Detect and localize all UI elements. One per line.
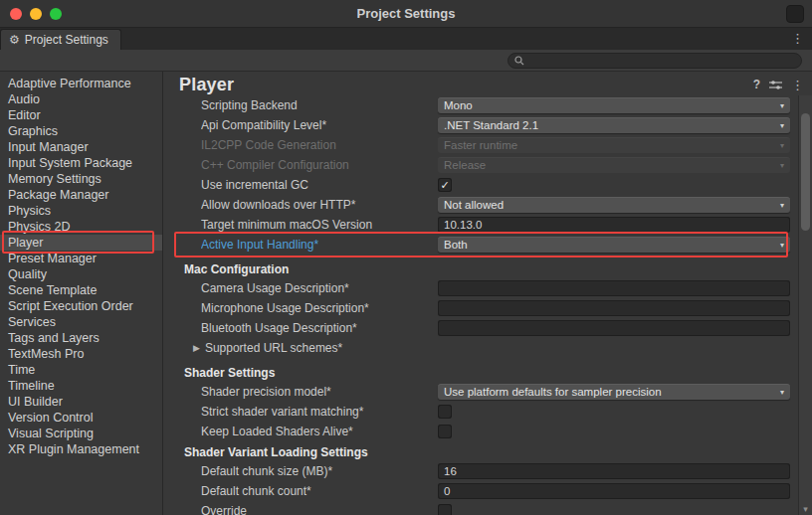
scroll-down-icon[interactable]: ▾ (799, 504, 812, 514)
default-chunk-size-field[interactable]: 16 (438, 463, 790, 479)
row-scripting-backend: Scripting Backend Mono▾ (163, 95, 798, 115)
panel-menu-icon[interactable]: ⋮ (791, 78, 804, 92)
tab-project-settings[interactable]: ⚙ Project Settings (0, 29, 121, 50)
minimize-button[interactable] (30, 8, 42, 20)
default-chunk-count-field[interactable]: 0 (438, 483, 790, 499)
search-input[interactable] (528, 55, 795, 67)
row-supported-url-schemes[interactable]: ▶ Supported URL schemes* (163, 338, 798, 358)
row-override: Override (163, 501, 798, 515)
override-checkbox[interactable] (438, 504, 452, 515)
use-incremental-gc-checkbox[interactable]: ✓ (438, 178, 452, 192)
keep-loaded-shaders-alive-checkbox[interactable] (438, 425, 452, 438)
sidebar-item-memory-settings[interactable]: Memory Settings (0, 171, 162, 187)
setting-label: Default chunk count* (201, 484, 438, 498)
sidebar-item-tags-and-layers[interactable]: Tags and Layers (0, 330, 162, 346)
sidebar-item-physics-2d[interactable]: Physics 2D (0, 219, 162, 235)
sidebar-item-player[interactable]: Player (0, 235, 162, 251)
gear-icon: ⚙ (9, 33, 20, 47)
help-icon[interactable]: ? (753, 78, 760, 91)
sidebar-item-xr-plugin-management[interactable]: XR Plugin Management (0, 441, 162, 457)
setting-label: Scripting Backend (201, 98, 438, 112)
scrollbar-thumb[interactable] (801, 113, 810, 231)
sidebar-item-textmesh-pro[interactable]: TextMesh Pro (0, 346, 162, 362)
sidebar-item-editor[interactable]: Editor (0, 107, 162, 123)
sidebar-item-time[interactable]: Time (0, 362, 162, 378)
row-keep-loaded-shaders-alive: Keep Loaded Shaders Alive* (163, 422, 798, 441)
row-cpp-compiler-configuration: C++ Compiler Configuration Release▾ (163, 155, 798, 175)
setting-label: Bluetooth Usage Description* (201, 321, 438, 335)
tab-bar-menu-icon[interactable]: ⋮ (791, 31, 804, 47)
setting-label: Keep Loaded Shaders Alive* (201, 425, 438, 438)
sidebar-item-scene-template[interactable]: Scene Template (0, 282, 162, 298)
sidebar-item-audio[interactable]: Audio (0, 91, 162, 107)
strict-shader-variant-matching-checkbox[interactable] (438, 405, 452, 419)
sidebar-item-input-manager[interactable]: Input Manager (0, 139, 162, 155)
page-title: Player (179, 75, 753, 95)
sidebar-item-adaptive-performance[interactable]: Adaptive Performance (0, 76, 162, 91)
sidebar-item-physics[interactable]: Physics (0, 203, 162, 219)
row-strict-shader-variant-matching: Strict shader variant matching* (163, 402, 798, 422)
setting-label: Active Input Handling* (201, 238, 438, 252)
bluetooth-usage-description-field[interactable] (438, 320, 790, 336)
sidebar-item-visual-scripting[interactable]: Visual Scripting (0, 426, 162, 441)
setting-label: Supported URL schemes* (205, 341, 442, 355)
setting-label: Target minimum macOS Version (201, 218, 438, 232)
active-input-handling-dropdown[interactable]: Both▾ (438, 237, 790, 253)
sidebar-item-preset-manager[interactable]: Preset Manager (0, 251, 162, 266)
traffic-lights (10, 8, 62, 20)
il2cpp-code-generation-dropdown: Faster runtime▾ (438, 137, 790, 153)
chevron-down-icon: ▾ (780, 388, 784, 397)
sidebar-item-services[interactable]: Services (0, 314, 162, 330)
sidebar-item-quality[interactable]: Quality (0, 266, 162, 282)
close-button[interactable] (10, 8, 22, 20)
zoom-button[interactable] (50, 8, 62, 20)
window-title: Project Settings (0, 6, 812, 21)
panel-header: Player ? ⋮ (163, 72, 812, 95)
window-proxy-icon (786, 5, 804, 23)
sidebar-item-package-manager[interactable]: Package Manager (0, 187, 162, 203)
presets-icon[interactable] (769, 80, 782, 90)
row-camera-usage-description: Camera Usage Description* (163, 278, 798, 298)
sidebar-item-ui-builder[interactable]: UI Builder (0, 394, 162, 410)
setting-label: Override (201, 504, 438, 515)
vertical-scrollbar[interactable]: ▾ (798, 95, 812, 515)
shader-precision-model-dropdown[interactable]: Use platform defaults for sampler precis… (438, 384, 790, 400)
titlebar: Project Settings (0, 0, 812, 28)
chevron-down-icon: ▾ (780, 141, 784, 150)
target-minimum-macos-version-field[interactable]: 10.13.0 (438, 217, 790, 233)
scripting-backend-dropdown[interactable]: Mono▾ (438, 97, 790, 113)
sidebar-item-script-execution-order[interactable]: Script Execution Order (0, 298, 162, 314)
allow-downloads-http-dropdown[interactable]: Not allowed▾ (438, 197, 790, 213)
check-icon: ✓ (440, 178, 449, 192)
setting-label: Shader precision model* (201, 385, 438, 399)
search-toolbar (0, 50, 812, 72)
microphone-usage-description-field[interactable] (438, 300, 790, 316)
player-settings-panel: Player ? ⋮ Scripting Backend Mono▾ (163, 72, 812, 515)
sidebar-item-timeline[interactable]: Timeline (0, 378, 162, 394)
chevron-down-icon: ▾ (780, 101, 784, 110)
row-target-minimum-macos-version: Target minimum macOS Version 10.13.0 (163, 215, 798, 235)
row-allow-downloads-over-http: Allow downloads over HTTP* Not allowed▾ (163, 195, 798, 215)
search-box[interactable] (508, 53, 802, 69)
sidebar-item-graphics[interactable]: Graphics (0, 123, 162, 139)
row-active-input-handling: Active Input Handling* Both▾ (163, 235, 798, 255)
content-area: Adaptive Performance Audio Editor Graphi… (0, 72, 812, 515)
row-bluetooth-usage-description: Bluetooth Usage Description* (163, 318, 798, 338)
row-api-compatibility-level: Api Compatibility Level* .NET Standard 2… (163, 115, 798, 135)
row-shader-precision-model: Shader precision model* Use platform def… (163, 382, 798, 402)
api-compatibility-dropdown[interactable]: .NET Standard 2.1▾ (438, 117, 790, 133)
row-il2cpp-code-generation: IL2CPP Code Generation Faster runtime▾ (163, 135, 798, 155)
project-settings-window: Project Settings ⚙ Project Settings ⋮ Ad… (0, 0, 812, 515)
settings-rows: Scripting Backend Mono▾ Api Compatibilit… (163, 95, 798, 515)
chevron-down-icon: ▾ (780, 161, 784, 170)
setting-label: C++ Compiler Configuration (201, 158, 438, 172)
camera-usage-description-field[interactable] (438, 280, 790, 296)
row-default-chunk-size: Default chunk size (MB)* 16 (163, 461, 798, 481)
row-default-chunk-count: Default chunk count* 0 (163, 481, 798, 501)
setting-label: Microphone Usage Description* (201, 301, 438, 315)
foldout-arrow-icon: ▶ (193, 343, 200, 353)
sidebar-item-input-system-package[interactable]: Input System Package (0, 155, 162, 171)
tab-bar: ⚙ Project Settings ⋮ (0, 28, 812, 50)
section-mac-configuration: Mac Configuration (163, 260, 798, 278)
sidebar-item-version-control[interactable]: Version Control (0, 410, 162, 426)
